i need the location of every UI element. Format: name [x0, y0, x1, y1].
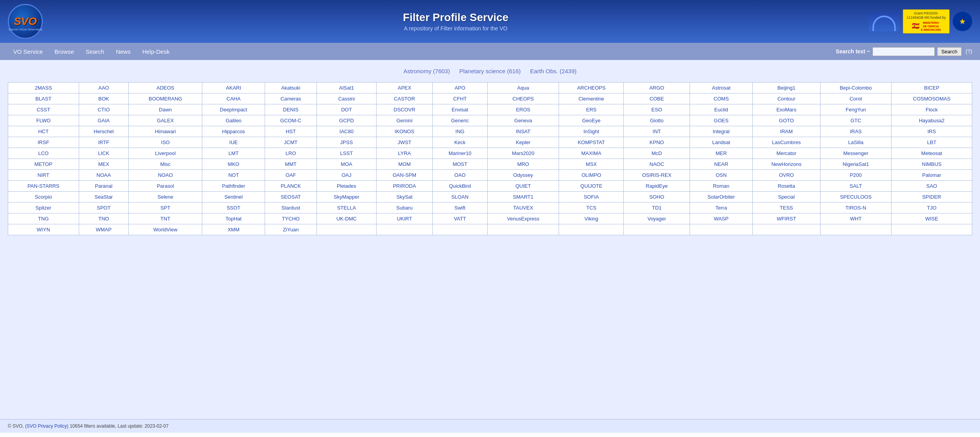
list-item[interactable]: IKONOS	[376, 126, 432, 137]
list-item[interactable]: Dawn	[129, 104, 202, 115]
list-item[interactable]: Euclid	[690, 104, 753, 115]
list-item[interactable]: Landsat	[690, 137, 753, 148]
list-item[interactable]: Scorpio	[8, 192, 79, 203]
list-item[interactable]: Swift	[433, 203, 487, 213]
list-item[interactable]: IRAM	[752, 126, 820, 137]
list-item[interactable]: TJO	[892, 203, 972, 213]
list-item[interactable]: NIRT	[8, 170, 79, 181]
svo-logo[interactable]: SVO Spanish Virtual Observatory	[8, 4, 43, 39]
list-item[interactable]: SMART1	[487, 192, 559, 203]
list-item[interactable]: METOP	[8, 159, 79, 170]
list-item[interactable]: GeoEye	[559, 115, 624, 126]
list-item[interactable]: SeaStar	[79, 192, 129, 203]
list-item[interactable]: OLIMPO	[559, 170, 624, 181]
list-item[interactable]: SkySat	[376, 192, 432, 203]
list-item[interactable]: McD	[624, 148, 690, 159]
list-item[interactable]: MKO	[202, 159, 265, 170]
list-item[interactable]: KOMPSTAT	[559, 137, 624, 148]
list-item[interactable]: OSN	[690, 170, 753, 181]
list-item[interactable]: ExoMars	[752, 104, 820, 115]
list-item[interactable]: LSST	[317, 148, 376, 159]
list-item[interactable]: Envisat	[433, 104, 487, 115]
list-item[interactable]: PRIRODA	[376, 181, 432, 192]
list-item[interactable]: MER	[690, 148, 753, 159]
list-item[interactable]: WISE	[892, 213, 972, 224]
list-item[interactable]: Mars2020	[487, 148, 559, 159]
list-item[interactable]: Bepi-Colombo	[820, 83, 892, 93]
list-item[interactable]: Cassini	[317, 93, 376, 104]
list-item[interactable]: JPSS	[317, 137, 376, 148]
list-item[interactable]: IRSF	[8, 137, 79, 148]
list-item[interactable]: AlSat1	[317, 83, 376, 93]
list-item[interactable]: Viking	[559, 213, 624, 224]
list-item[interactable]: Astrosat	[690, 83, 753, 93]
list-item[interactable]: Stardust	[265, 203, 317, 213]
list-item[interactable]: SSOT	[202, 203, 265, 213]
list-item[interactable]: SPT	[129, 203, 202, 213]
list-item[interactable]: AKARI	[202, 83, 265, 93]
nav-link-help-desk[interactable]: Help-Desk	[137, 44, 175, 59]
list-item[interactable]: TNO	[79, 213, 129, 224]
list-item[interactable]: MEX	[79, 159, 129, 170]
list-item[interactable]: NOT	[202, 170, 265, 181]
list-item[interactable]: DENIS	[265, 104, 317, 115]
list-item[interactable]: GOES	[690, 115, 753, 126]
list-item[interactable]: Giotto	[624, 115, 690, 126]
list-item[interactable]: AAO	[79, 83, 129, 93]
list-item[interactable]: STELLA	[317, 203, 376, 213]
list-item[interactable]: WorldView	[129, 224, 202, 235]
list-item[interactable]: Kepler	[487, 137, 559, 148]
list-item[interactable]: ESO	[624, 104, 690, 115]
list-item[interactable]: MOST	[433, 159, 487, 170]
list-item[interactable]: Pathfinder	[202, 181, 265, 192]
list-item[interactable]: Liverpool	[129, 148, 202, 159]
list-item[interactable]: GCPD	[317, 115, 376, 126]
privacy-link[interactable]: (SVO Privacy Policy)	[25, 423, 68, 429]
list-item[interactable]: Geneva	[487, 115, 559, 126]
list-item[interactable]: HST	[265, 126, 317, 137]
list-item[interactable]: TYCHO	[265, 213, 317, 224]
list-item[interactable]: NOAA	[79, 170, 129, 181]
list-item[interactable]: SPOT	[79, 203, 129, 213]
list-item[interactable]: CFHT	[433, 93, 487, 104]
list-item[interactable]: Messenger	[820, 148, 892, 159]
list-item[interactable]: LBT	[892, 137, 972, 148]
list-item[interactable]: WFIRST	[752, 213, 820, 224]
list-item[interactable]: ISO	[129, 137, 202, 148]
list-item[interactable]: SOFIA	[559, 192, 624, 203]
list-item[interactable]: NIMBUS	[892, 159, 972, 170]
list-item[interactable]: BOOMERANG	[129, 93, 202, 104]
list-item[interactable]: LasCumbres	[752, 137, 820, 148]
list-item[interactable]: EROS	[487, 104, 559, 115]
list-item[interactable]: IUE	[202, 137, 265, 148]
list-item[interactable]: Corot	[820, 93, 892, 104]
list-item[interactable]: GALEX	[129, 115, 202, 126]
list-item[interactable]: BLAST	[8, 93, 79, 104]
list-item[interactable]: SkyMapper	[317, 192, 376, 203]
list-item[interactable]: Galileo	[202, 115, 265, 126]
list-item[interactable]: Meteosat	[892, 148, 972, 159]
list-item[interactable]: KPNO	[624, 137, 690, 148]
list-item[interactable]: OAJ	[317, 170, 376, 181]
list-item[interactable]: LCO	[8, 148, 79, 159]
list-item[interactable]: OAF	[265, 170, 317, 181]
list-item[interactable]: ING	[433, 126, 487, 137]
list-item[interactable]: SLOAN	[433, 192, 487, 203]
list-item[interactable]: TESS	[752, 203, 820, 213]
list-item[interactable]: Rosetta	[752, 181, 820, 192]
list-item[interactable]: NewHorizons	[752, 159, 820, 170]
list-item[interactable]: IRAS	[820, 126, 892, 137]
list-item[interactable]: INT	[624, 126, 690, 137]
nav-link-vo-service[interactable]: VO Service	[8, 44, 48, 59]
list-item[interactable]: OAN-SPM	[376, 170, 432, 181]
list-item[interactable]: Integral	[690, 126, 753, 137]
list-item[interactable]: JWST	[376, 137, 432, 148]
list-item[interactable]: TAUVEX	[487, 203, 559, 213]
list-item[interactable]: COBE	[624, 93, 690, 104]
list-item[interactable]: InSight	[559, 126, 624, 137]
list-item[interactable]: NEAR	[690, 159, 753, 170]
list-item[interactable]: Sentinel	[202, 192, 265, 203]
list-item[interactable]: TNG	[8, 213, 79, 224]
list-item[interactable]: WMAP	[79, 224, 129, 235]
list-item[interactable]: WHT	[820, 213, 892, 224]
